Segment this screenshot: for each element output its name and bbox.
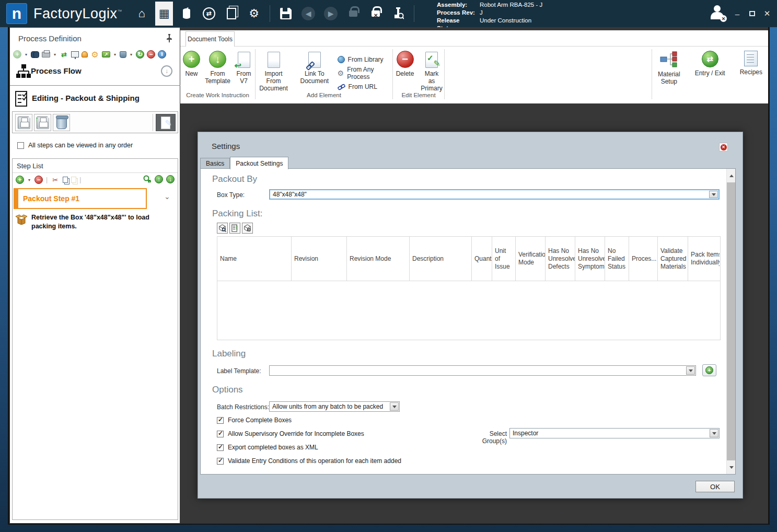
tab-basics[interactable]: Basics (200, 158, 230, 169)
validate-entry-conditions-checkbox[interactable]: ✓ (217, 458, 224, 465)
save-icon[interactable] (277, 4, 295, 24)
import-from-document-button[interactable]: Import From Document (256, 51, 292, 92)
process-settings-gear-icon[interactable]: ⚙ (90, 50, 99, 59)
lock-close-icon[interactable]: ✕ (367, 4, 385, 24)
alerts-bell-icon[interactable] (82, 51, 88, 57)
maximize-button[interactable] (749, 11, 755, 16)
from-url-item[interactable]: From URL (338, 83, 392, 90)
process-route-icon[interactable]: ⇄ (60, 50, 68, 59)
add-dropdown-caret-icon[interactable]: ▾ (24, 50, 28, 59)
user-logout-icon[interactable]: ✕ (710, 5, 725, 22)
trash-bucket-icon[interactable] (120, 51, 126, 58)
stop-icon[interactable]: − (147, 50, 155, 59)
materials-icon[interactable] (178, 4, 195, 24)
dialog-close-button[interactable]: ✕ (719, 143, 728, 152)
export-xml-checkbox[interactable]: ✓ (217, 444, 224, 451)
any-order-checkbox[interactable]: ✓ (17, 142, 24, 149)
unlock-icon[interactable] (344, 4, 362, 24)
column-header[interactable]: Verification Mode (516, 237, 546, 281)
delete-button[interactable]: − Delete (393, 51, 417, 77)
from-library-item[interactable]: From Library (338, 56, 392, 63)
find-part-button[interactable] (217, 223, 228, 234)
box-type-combobox[interactable]: 48"x48"x48" (269, 189, 720, 200)
add-icon[interactable]: + (13, 50, 21, 59)
close-button[interactable]: ✕ (762, 9, 772, 18)
add-label-template-button[interactable]: + (702, 364, 716, 376)
remove-step-icon[interactable]: − (34, 176, 43, 184)
trash-dropdown-caret-icon[interactable]: ▾ (129, 50, 133, 59)
dropdown-arrow-icon[interactable] (686, 366, 695, 375)
settings-gear-icon[interactable]: ⚙ (245, 4, 263, 24)
add-step-caret-icon[interactable]: ▾ (27, 176, 31, 184)
transfer-icon[interactable]: ⇄ (200, 4, 218, 24)
column-header[interactable]: Proces... (629, 237, 658, 281)
scroll-up-button[interactable] (727, 169, 736, 182)
material-setup-button[interactable]: Material Setup (655, 51, 683, 85)
remove-part-button[interactable] (242, 223, 253, 234)
forward-icon[interactable]: ▶ (322, 4, 340, 24)
copy-icon[interactable] (63, 177, 68, 183)
link-to-document-button[interactable]: Link To Document (299, 51, 330, 85)
column-header[interactable]: No Failed Status (605, 237, 629, 281)
column-header[interactable]: Has No Unresolved Symptoms (575, 237, 605, 281)
ok-button[interactable]: OK (695, 481, 735, 492)
process-flow-row[interactable]: Process Flow ↓ (10, 62, 180, 81)
dropdown-arrow-icon[interactable] (710, 429, 718, 437)
paste-icon[interactable] (71, 177, 76, 183)
validate-entry-conditions-row[interactable]: ✓ Validate Entry Conditions of this oper… (217, 457, 401, 465)
step-chevron-icon[interactable]: ⌄ (164, 192, 170, 201)
step-instruction-row[interactable]: Retrieve the Box '48"x48"x48"' to load p… (16, 213, 176, 231)
scroll-thumb[interactable] (727, 182, 736, 460)
presentation-icon[interactable] (71, 51, 79, 57)
export-folder-icon[interactable]: ↗ (102, 51, 110, 57)
process-editor-icon[interactable]: ▦ (155, 2, 173, 26)
mark-as-primary-button[interactable]: ✓ ✎ Mark as Primary (419, 51, 444, 92)
minimize-button[interactable]: – (733, 9, 742, 18)
edit-mode-button[interactable]: ✎ (156, 114, 176, 131)
dropdown-arrow-icon[interactable] (709, 191, 718, 198)
export-dropdown-caret-icon[interactable]: ▾ (113, 50, 117, 59)
column-header[interactable]: Pack Items Individually (688, 237, 720, 281)
recipes-button[interactable]: Recipes (737, 51, 765, 76)
find-binoculars-icon[interactable] (31, 51, 39, 57)
pause-icon[interactable]: ‖ (158, 50, 166, 59)
home-icon[interactable]: ⌂ (133, 4, 150, 24)
print-icon[interactable] (42, 52, 50, 57)
new-button[interactable]: + New (180, 51, 204, 77)
tab-packout-settings[interactable]: Packout Settings (230, 157, 288, 169)
cut-icon[interactable]: ✂ (51, 176, 60, 184)
force-complete-boxes-row[interactable]: ✓ Force Complete Boxes (217, 417, 292, 424)
column-header[interactable]: Revision Mode (347, 237, 410, 281)
edit-list-button[interactable] (229, 223, 240, 234)
dropdown-arrow-icon[interactable] (390, 402, 399, 411)
documents-icon[interactable] (223, 4, 240, 24)
move-up-icon[interactable]: ↑ (155, 175, 163, 183)
from-any-process-item[interactable]: ⚙ From Any Process (338, 66, 392, 80)
print-dropdown-caret-icon[interactable]: ▾ (53, 50, 57, 59)
inspect-tool-icon[interactable] (389, 4, 407, 24)
label-template-combobox[interactable] (269, 365, 696, 376)
column-header[interactable]: Description (410, 237, 472, 281)
column-header[interactable]: Has No Unresolved Defects (546, 237, 575, 281)
move-down-icon[interactable]: ↓ (166, 175, 175, 183)
export-xml-row[interactable]: ✓ Export completed boxes as XML (217, 444, 318, 451)
column-header[interactable]: Quantity (472, 237, 492, 281)
back-icon[interactable]: ◀ (299, 4, 317, 24)
select-groups-combobox[interactable]: Inspector (509, 428, 720, 438)
delete-step-button[interactable] (53, 114, 70, 131)
save-as-button[interactable]: ↑ (34, 114, 51, 131)
column-header[interactable]: Validate Captured Materials (658, 237, 688, 281)
column-header[interactable]: Revision (292, 237, 347, 281)
scroll-down-button[interactable] (727, 460, 736, 474)
save-step-button[interactable] (15, 114, 32, 131)
from-template-button[interactable]: ↓ From Template (206, 51, 230, 85)
supervisory-override-checkbox[interactable]: ✓ (217, 431, 224, 437)
batch-restrictions-combobox[interactable]: Allow units from any batch to be packed (269, 401, 400, 412)
pin-icon[interactable] (166, 34, 172, 45)
force-complete-boxes-checkbox[interactable]: ✓ (217, 417, 224, 424)
from-v7-button[interactable]: ↩ From V7 (232, 51, 256, 85)
any-order-checkbox-row[interactable]: ✓ All steps can be viewed in any order (17, 142, 133, 149)
supervisory-override-row[interactable]: ✓ Allow Supervisory Override for Incompl… (217, 430, 364, 437)
entry-exit-button[interactable]: ⇄ Entry / Exit (692, 51, 728, 77)
step-item[interactable]: Packout Step #1 ⌄ (14, 188, 170, 209)
